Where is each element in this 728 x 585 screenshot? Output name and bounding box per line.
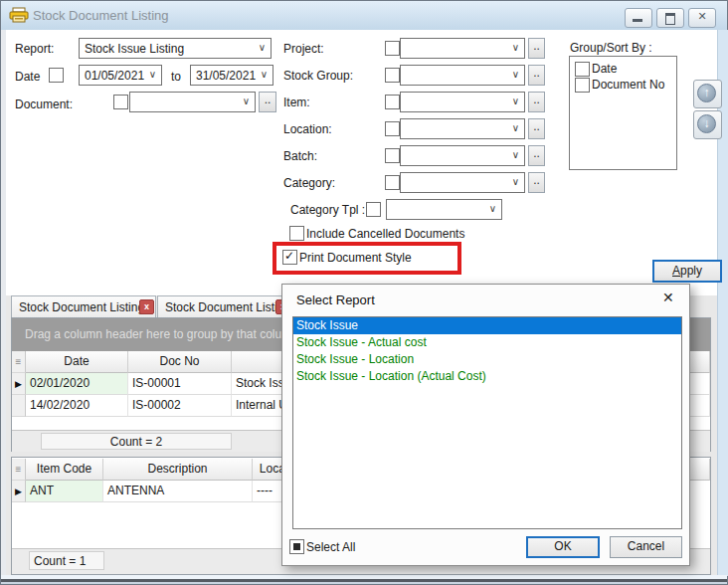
select-report-dialog: Select Report ✕ Stock Issue Stock Issue … — [281, 284, 690, 566]
location-checkbox[interactable] — [385, 121, 400, 136]
location-browse-button[interactable]: .. — [528, 118, 545, 139]
chevron-down-icon: ∨ — [512, 149, 519, 160]
item-label: Item: — [283, 96, 310, 109]
row-indicator — [12, 395, 26, 417]
batch-select[interactable]: ∨ — [400, 145, 525, 166]
printer-icon — [9, 7, 29, 27]
row-indicator: ▶ — [12, 481, 26, 502]
batch-label: Batch: — [283, 149, 317, 163]
chevron-down-icon: ∨ — [512, 69, 519, 80]
item-browse-button[interactable]: .. — [528, 92, 545, 112]
tab-stock-document-listing-1[interactable]: Stock Document Listing — [11, 295, 156, 317]
category-select[interactable]: ∨ — [400, 172, 525, 193]
down-arrow-icon: ↓ — [697, 114, 716, 133]
stock-group-browse-button[interactable]: .. — [528, 65, 545, 86]
column-header-itemcode[interactable]: Item Code — [26, 459, 103, 481]
tab-label: Stock Document Listing — [19, 300, 144, 314]
group-sort-label: Group/Sort By : — [570, 41, 652, 55]
document-browse-button[interactable]: .. — [259, 92, 276, 112]
location-select[interactable]: ∨ — [400, 118, 525, 139]
row-indicator-header-icon: ≡ — [12, 351, 25, 373]
ok-button[interactable]: OK — [526, 536, 600, 558]
cell-date[interactable]: 14/02/2020 — [26, 395, 128, 417]
select-all-checkbox[interactable] — [289, 539, 304, 554]
report-value: Stock Issue Listing — [85, 42, 184, 56]
grid2-count: Count = 1 — [29, 551, 104, 570]
chevron-down-icon: ∨ — [512, 42, 519, 53]
include-cancelled-label: Include Cancelled Documents — [306, 227, 464, 241]
project-checkbox[interactable] — [385, 41, 400, 56]
app-window: Stock Document Listing ✕ Report: Stock I… — [0, 0, 728, 585]
category-tpl-select[interactable]: ∨ — [386, 199, 502, 220]
group-sort-docno-label: Document No — [592, 78, 664, 92]
batch-checkbox[interactable] — [385, 148, 400, 163]
report-select[interactable]: Stock Issue Listing ∨ — [79, 38, 272, 59]
up-arrow-icon: ↑ — [697, 84, 716, 102]
close-button[interactable]: ✕ — [688, 8, 716, 28]
to-label: to — [171, 70, 181, 84]
document-select[interactable]: ∨ — [129, 92, 256, 112]
tab-close-icon[interactable]: x — [139, 299, 154, 314]
category-tpl-label: Category Tpl : — [290, 203, 365, 217]
project-select[interactable]: ∨ — [400, 38, 525, 59]
dialog-close-icon[interactable]: ✕ — [662, 290, 674, 305]
column-header-description[interactable]: Description — [103, 459, 253, 481]
window-bottom-shadow — [1, 582, 727, 584]
project-label: Project: — [283, 42, 324, 56]
category-browse-button[interactable]: .. — [528, 172, 545, 193]
include-cancelled-checkbox[interactable] — [289, 226, 304, 241]
report-option-stock-issue[interactable]: Stock Issue — [293, 317, 681, 334]
report-option-location[interactable]: Stock Issue - Location — [293, 351, 681, 368]
category-tpl-checkbox[interactable] — [366, 202, 381, 217]
date-checkbox[interactable] — [49, 68, 64, 83]
cell-docno[interactable]: IS-00002 — [128, 395, 232, 417]
cell-itemcode[interactable]: ANT — [26, 481, 103, 502]
item-select[interactable]: ∨ — [400, 92, 525, 112]
report-option-location-actual-cost[interactable]: Stock Issue - Location (Actual Cost) — [293, 368, 681, 385]
current-row-arrow-icon: ▶ — [12, 373, 25, 395]
document-checkbox[interactable] — [113, 95, 128, 109]
project-browse-button[interactable]: .. — [528, 38, 545, 59]
report-listbox[interactable]: Stock Issue Stock Issue - Actual cost St… — [292, 316, 682, 529]
cell-date[interactable]: 02/01/2020 — [26, 373, 128, 395]
tab-label: Stock Document Listing — [165, 300, 290, 314]
window-title: Stock Document Listing — [33, 8, 169, 23]
group-sort-docno-checkbox[interactable] — [575, 78, 590, 93]
close-icon: ✕ — [689, 10, 715, 23]
chevron-down-icon: ∨ — [259, 42, 266, 53]
group-sort-date-checkbox[interactable] — [575, 62, 590, 77]
report-label: Report: — [15, 42, 54, 56]
item-checkbox[interactable] — [385, 95, 400, 109]
apply-button[interactable]: Apply — [652, 260, 722, 283]
row-indicator-header-icon: ≡ — [12, 459, 25, 481]
batch-browse-button[interactable]: .. — [528, 145, 545, 166]
tab-stock-document-listing-2[interactable]: Stock Document Listing — [157, 295, 289, 317]
chevron-down-icon: ∨ — [512, 96, 519, 106]
maximize-icon — [665, 13, 675, 25]
stock-group-label: Stock Group: — [283, 69, 353, 83]
stock-group-select[interactable]: ∨ — [400, 65, 525, 86]
report-option-actual-cost[interactable]: Stock Issue - Actual cost — [293, 334, 681, 351]
minimize-icon — [633, 19, 642, 22]
cell-description[interactable]: ANTENNA — [103, 481, 253, 502]
chevron-down-icon: ∨ — [512, 176, 519, 187]
maximize-button[interactable] — [656, 8, 684, 28]
move-up-button[interactable]: ↑ — [693, 80, 722, 108]
date-from-select[interactable]: 01/05/2021 ∨ — [79, 65, 162, 86]
cell-docno[interactable]: IS-00001 — [128, 373, 232, 395]
cancel-button[interactable]: Cancel — [610, 536, 682, 558]
stock-group-checkbox[interactable] — [385, 68, 400, 83]
location-label: Location: — [283, 122, 332, 136]
date-from-value: 01/05/2021 — [85, 69, 144, 83]
category-checkbox[interactable] — [385, 175, 400, 190]
chevron-down-icon: ∨ — [261, 69, 268, 80]
column-header-date[interactable]: Date — [26, 351, 128, 373]
grid1-count: Count = 2 — [41, 433, 232, 450]
column-header-docno[interactable]: Doc No — [128, 351, 232, 373]
minimize-button[interactable] — [625, 8, 652, 28]
move-down-button[interactable]: ↓ — [693, 110, 722, 139]
document-label: Document: — [15, 98, 73, 111]
print-document-style-checkbox[interactable] — [282, 250, 297, 265]
print-document-style-label: Print Document Style — [299, 251, 412, 265]
date-to-select[interactable]: 31/05/2021 ∨ — [190, 65, 273, 86]
